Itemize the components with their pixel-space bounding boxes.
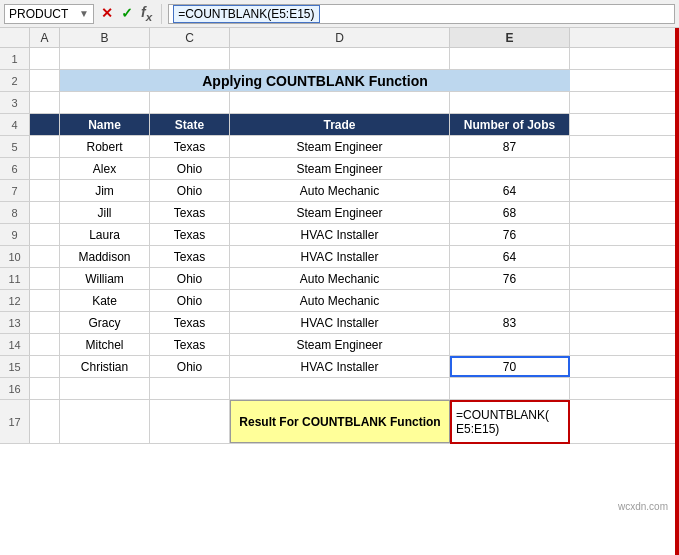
cell-b16[interactable]	[60, 378, 150, 399]
cell-c13[interactable]: Texas	[150, 312, 230, 333]
cell-b9[interactable]: Laura	[60, 224, 150, 245]
cell-a16[interactable]	[30, 378, 60, 399]
row-2: 2 Applying COUNTBLANK Function	[0, 70, 679, 92]
name-box-value: PRODUCT	[9, 7, 68, 21]
cell-d5[interactable]: Steam Engineer	[230, 136, 450, 157]
cell-c7[interactable]: Ohio	[150, 180, 230, 201]
cell-a15[interactable]	[30, 356, 60, 377]
cell-a13[interactable]	[30, 312, 60, 333]
cell-a7[interactable]	[30, 180, 60, 201]
cell-e14[interactable]	[450, 334, 570, 355]
cell-c15[interactable]: Ohio	[150, 356, 230, 377]
cell-a1[interactable]	[30, 48, 60, 69]
cell-a2[interactable]	[30, 70, 60, 91]
cell-d14[interactable]: Steam Engineer	[230, 334, 450, 355]
cell-d3[interactable]	[230, 92, 450, 113]
cell-b8[interactable]: Jill	[60, 202, 150, 223]
cell-e12[interactable]	[450, 290, 570, 311]
cell-e10[interactable]: 64	[450, 246, 570, 267]
formula-input[interactable]: =COUNTBLANK(E5:E15)	[168, 4, 675, 24]
cell-b6[interactable]: Alex	[60, 158, 150, 179]
cell-c9[interactable]: Texas	[150, 224, 230, 245]
cell-a5[interactable]	[30, 136, 60, 157]
cell-e16[interactable]	[450, 378, 570, 399]
cell-b17[interactable]	[60, 400, 150, 443]
cell-e4-header[interactable]: Number of Jobs	[450, 114, 570, 135]
cell-b4-header[interactable]: Name	[60, 114, 150, 135]
cell-a11[interactable]	[30, 268, 60, 289]
cell-d13[interactable]: HVAC Installer	[230, 312, 450, 333]
cancel-icon[interactable]: ✕	[98, 5, 116, 21]
cell-d8[interactable]: Steam Engineer	[230, 202, 450, 223]
row-num-11: 11	[0, 268, 30, 289]
cell-a12[interactable]	[30, 290, 60, 311]
cell-a9[interactable]	[30, 224, 60, 245]
cell-c4-header[interactable]: State	[150, 114, 230, 135]
cell-d6[interactable]: Steam Engineer	[230, 158, 450, 179]
cell-d9[interactable]: HVAC Installer	[230, 224, 450, 245]
cell-c14[interactable]: Texas	[150, 334, 230, 355]
cell-a3[interactable]	[30, 92, 60, 113]
cell-b12[interactable]: Kate	[60, 290, 150, 311]
cell-e11[interactable]: 76	[450, 268, 570, 289]
row-num-9: 9	[0, 224, 30, 245]
cell-b10[interactable]: Maddison	[60, 246, 150, 267]
cell-e8[interactable]: 68	[450, 202, 570, 223]
confirm-icon[interactable]: ✓	[118, 5, 136, 21]
cell-b15[interactable]: Christian	[60, 356, 150, 377]
cell-c6[interactable]: Ohio	[150, 158, 230, 179]
cell-e13[interactable]: 83	[450, 312, 570, 333]
cell-e7[interactable]: 64	[450, 180, 570, 201]
cell-c8[interactable]: Texas	[150, 202, 230, 223]
cell-a10[interactable]	[30, 246, 60, 267]
cell-d16[interactable]	[230, 378, 450, 399]
cell-e6[interactable]	[450, 158, 570, 179]
cell-b1[interactable]	[60, 48, 150, 69]
cell-b3[interactable]	[60, 92, 150, 113]
cell-c3[interactable]	[150, 92, 230, 113]
cell-c11[interactable]: Ohio	[150, 268, 230, 289]
cell-e15[interactable]: 70	[450, 356, 570, 377]
cell-e3[interactable]	[450, 92, 570, 113]
cell-a17[interactable]	[30, 400, 60, 443]
cell-c12[interactable]: Ohio	[150, 290, 230, 311]
column-headers: A B C D E	[0, 28, 679, 48]
cell-b14[interactable]: Mitchel	[60, 334, 150, 355]
row-6: 6 Alex Ohio Steam Engineer	[0, 158, 679, 180]
name-box[interactable]: PRODUCT ▼	[4, 4, 94, 24]
cell-b11[interactable]: William	[60, 268, 150, 289]
cell-d10[interactable]: HVAC Installer	[230, 246, 450, 267]
cell-d12[interactable]: Auto Mechanic	[230, 290, 450, 311]
cell-c17[interactable]	[150, 400, 230, 443]
cell-e5[interactable]: 87	[450, 136, 570, 157]
cell-c16[interactable]	[150, 378, 230, 399]
row-3: 3	[0, 92, 679, 114]
result-formula-cell[interactable]: =COUNTBLANK( E5:E15)	[450, 400, 570, 444]
cell-c1[interactable]	[150, 48, 230, 69]
col-header-e[interactable]: E	[450, 28, 570, 47]
col-header-d[interactable]: D	[230, 28, 450, 47]
col-header-c[interactable]: C	[150, 28, 230, 47]
cell-e1[interactable]	[450, 48, 570, 69]
row-num-header	[0, 28, 30, 47]
cell-d1[interactable]	[230, 48, 450, 69]
watermark: wcxdn.com	[615, 500, 671, 513]
cell-b7[interactable]: Jim	[60, 180, 150, 201]
cell-e9[interactable]: 76	[450, 224, 570, 245]
function-icon[interactable]: fx	[138, 4, 155, 23]
cell-b5[interactable]: Robert	[60, 136, 150, 157]
row-num-4: 4	[0, 114, 30, 135]
col-header-b[interactable]: B	[60, 28, 150, 47]
cell-d7[interactable]: Auto Mechanic	[230, 180, 450, 201]
cell-a8[interactable]	[30, 202, 60, 223]
cell-c5[interactable]: Texas	[150, 136, 230, 157]
cell-d11[interactable]: Auto Mechanic	[230, 268, 450, 289]
cell-d15[interactable]: HVAC Installer	[230, 356, 450, 377]
cell-d4-header[interactable]: Trade	[230, 114, 450, 135]
cell-a6[interactable]	[30, 158, 60, 179]
col-header-a[interactable]: A	[30, 28, 60, 47]
cell-a4[interactable]	[30, 114, 60, 135]
cell-a14[interactable]	[30, 334, 60, 355]
cell-b13[interactable]: Gracy	[60, 312, 150, 333]
cell-c10[interactable]: Texas	[150, 246, 230, 267]
